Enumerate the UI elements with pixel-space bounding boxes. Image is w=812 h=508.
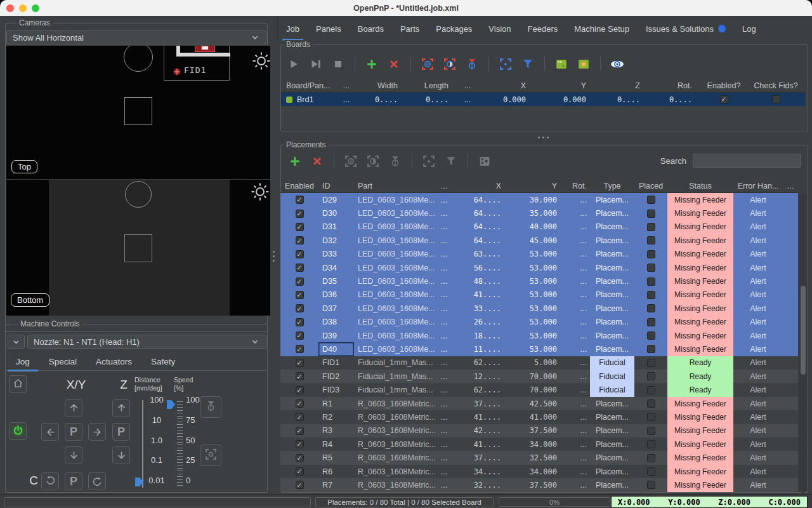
column-header[interactable]: X: [453, 182, 508, 190]
capture-tool-button[interactable]: [442, 56, 458, 72]
checkbox[interactable]: [296, 196, 304, 204]
nozzle-selector[interactable]: Nozzle: N1 - NT1 (Head: H1): [27, 335, 266, 349]
tab-issues-solutions[interactable]: Issues & Solutions: [638, 16, 734, 41]
column-header[interactable]: Y: [535, 81, 595, 90]
tab-log[interactable]: Log: [734, 16, 764, 41]
placement-row[interactable]: D29LED_0603_1608Me......64....30.000...P…: [280, 193, 798, 206]
checkbox[interactable]: [296, 277, 304, 286]
column-header[interactable]: Y: [508, 182, 563, 190]
panelize-button[interactable]: [476, 153, 493, 170]
tab-feeders[interactable]: Feeders: [520, 16, 566, 41]
tab-machine-setup[interactable]: Machine Setup: [566, 16, 638, 41]
placement-row[interactable]: FID1Fiducial_1mm_Mas......62....5.000...…: [280, 356, 798, 370]
placement-row[interactable]: FID3Fiducial_1mm_Mas......62....70.000..…: [280, 383, 798, 396]
section-splitter-handle[interactable]: [538, 137, 549, 138]
column-header[interactable]: Enabled: [280, 182, 318, 190]
placement-row[interactable]: R3R_0603_1608Metric......42....37.500...…: [280, 424, 798, 438]
checkbox[interactable]: [296, 250, 304, 258]
park-z-button[interactable]: P: [112, 423, 130, 441]
placement-row[interactable]: R1R_0603_1608Metric......37....42.500...…: [280, 397, 798, 410]
column-header[interactable]: Rot.: [649, 81, 701, 90]
park-xy-button[interactable]: P: [65, 423, 82, 441]
scrollbar-thumb[interactable]: [801, 286, 806, 375]
home-button[interactable]: [9, 375, 27, 393]
column-header[interactable]: Status: [667, 182, 733, 190]
capture-camera-button[interactable]: [419, 56, 436, 72]
placement-row[interactable]: D39LED_0603_1608Me......18....53.000...P…: [280, 329, 798, 342]
checkbox[interactable]: [296, 345, 304, 353]
placement-row[interactable]: R4R_0603_1608Metric......41....34.000...…: [280, 438, 798, 451]
checkbox[interactable]: [647, 236, 655, 244]
remove-button[interactable]: [386, 56, 402, 72]
bottom-camera-view[interactable]: Bottom: [6, 180, 270, 316]
checkbox[interactable]: [296, 223, 304, 231]
filter-button[interactable]: [520, 56, 536, 72]
checkbox[interactable]: [647, 481, 655, 489]
tab-job[interactable]: Job: [278, 16, 308, 41]
checkbox[interactable]: [647, 413, 655, 421]
search-input[interactable]: [693, 154, 801, 168]
jog-z-plus-button[interactable]: [112, 399, 130, 417]
column-header[interactable]: Board/Pan...: [281, 81, 337, 90]
tab-boards[interactable]: Boards: [350, 16, 392, 41]
power-button[interactable]: [9, 422, 27, 440]
jog-c-ccw-button[interactable]: [41, 472, 59, 490]
column-header[interactable]: Enabled?: [701, 81, 747, 90]
board-row[interactable]: Brd1...0....0.......0.0000.0000....0....: [281, 93, 805, 106]
capture-frame-button[interactable]: [421, 153, 437, 170]
checkbox[interactable]: [647, 304, 655, 312]
remove-button[interactable]: [309, 153, 325, 170]
checkbox[interactable]: [296, 304, 304, 312]
add-button[interactable]: [287, 153, 303, 170]
checkbox[interactable]: [296, 413, 304, 421]
add-button[interactable]: [363, 56, 380, 72]
checkbox[interactable]: [647, 223, 655, 231]
column-header[interactable]: Placed: [634, 182, 667, 190]
tab-vision[interactable]: Vision: [480, 16, 519, 41]
checkbox[interactable]: [296, 236, 304, 244]
checkbox[interactable]: [647, 196, 655, 204]
checkbox[interactable]: [647, 345, 655, 353]
jog-z-minus-button[interactable]: [112, 446, 130, 464]
jog-c-cw-button[interactable]: [88, 472, 106, 490]
checkbox[interactable]: [296, 440, 304, 448]
jog-y-plus-button[interactable]: [65, 399, 82, 417]
column-header[interactable]: Rot.: [563, 182, 590, 190]
minimize-button[interactable]: [19, 4, 27, 12]
checkbox[interactable]: [296, 427, 304, 435]
top-camera-view[interactable]: FID1 Top: [6, 46, 270, 179]
checkbox[interactable]: [296, 481, 304, 489]
column-header[interactable]: ...: [435, 182, 453, 190]
placement-row[interactable]: D35LED_0603_1608Me......48....53.000...P…: [280, 274, 798, 288]
column-header[interactable]: ...: [457, 81, 478, 90]
board-new-button[interactable]: [553, 56, 570, 72]
checkbox[interactable]: [296, 372, 304, 380]
placement-row[interactable]: R2R_0603_1608Metric......41....41.000...…: [280, 410, 798, 424]
zoom-button[interactable]: [32, 4, 39, 12]
checkbox[interactable]: [647, 277, 655, 286]
placement-row[interactable]: R7R_0603_1608Metric......32....37.500...…: [280, 478, 798, 491]
capture-frame-button[interactable]: [497, 56, 514, 72]
jog-y-minus-button[interactable]: [65, 446, 82, 464]
checkbox[interactable]: [296, 291, 304, 299]
checkbox[interactable]: [296, 454, 304, 462]
column-header[interactable]: Z: [595, 81, 649, 90]
placement-row[interactable]: R6R_0603_1608Metric......34....34.000...…: [280, 465, 798, 478]
column-header[interactable]: ...: [337, 81, 356, 90]
placement-row[interactable]: D34LED_0603_1608Me......56....53.000...P…: [280, 261, 798, 274]
checkbox[interactable]: [647, 386, 655, 394]
placement-row[interactable]: R5R_0603_1608Metric......37....32.500...…: [280, 451, 798, 464]
placement-row[interactable]: D32LED_0603_1608Me......64....45.000...P…: [280, 234, 798, 247]
placement-row[interactable]: D40LED_0603_1608Me......11....53.000...P…: [280, 342, 798, 356]
checkbox[interactable]: [772, 95, 780, 104]
step-button[interactable]: [308, 56, 324, 72]
placement-row[interactable]: D31LED_0603_1608Me......64....40.000...P…: [280, 220, 798, 234]
tab-packages[interactable]: Packages: [428, 16, 480, 41]
stop-button[interactable]: [330, 56, 346, 72]
collapse-controls-button[interactable]: [8, 335, 25, 349]
capture-camera-button[interactable]: [343, 153, 359, 170]
checkbox[interactable]: [647, 331, 655, 340]
position-camera-button[interactable]: [200, 444, 221, 466]
checkbox[interactable]: [647, 399, 655, 408]
capture-tool-button[interactable]: [365, 153, 381, 170]
